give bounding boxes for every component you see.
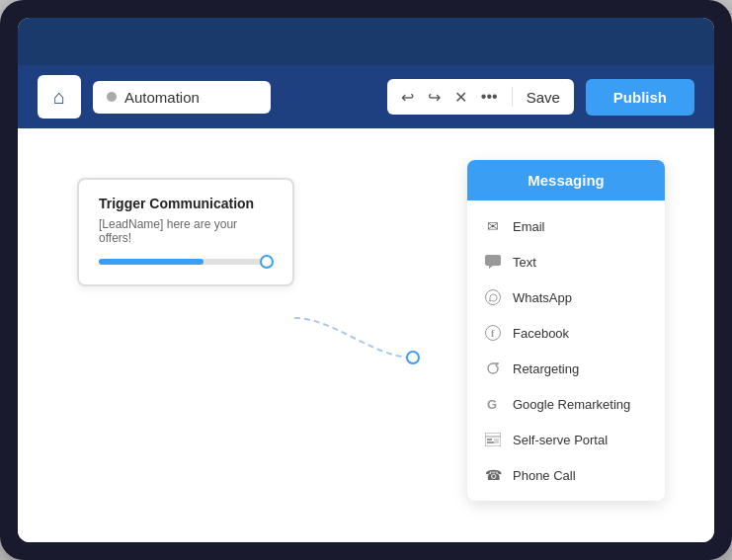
input-status-dot — [107, 92, 117, 102]
redo-icon[interactable]: ↪ — [428, 88, 441, 107]
svg-text:f: f — [491, 328, 495, 339]
undo-icon[interactable]: ↩ — [401, 88, 414, 107]
home-icon: ⌂ — [53, 86, 65, 109]
publish-button[interactable]: Publish — [586, 79, 694, 116]
toolbar: ⌂ Automation ↩ ↪ ✕ ••• Save Publish — [18, 65, 714, 128]
email-label: Email — [513, 219, 545, 234]
automation-input-value: Automation — [124, 89, 200, 106]
progress-fill — [99, 259, 203, 265]
retargeting-label: Retargeting — [513, 361, 579, 376]
facebook-icon: f — [483, 323, 503, 343]
progress-dot — [260, 255, 274, 269]
messaging-item-self-serve[interactable]: Self-serve Portal — [467, 422, 665, 457]
facebook-label: Facebook — [513, 326, 569, 341]
app-container: ⌂ Automation ↩ ↪ ✕ ••• Save Publish — [18, 18, 714, 542]
email-icon: ✉ — [483, 216, 503, 236]
svg-point-3 — [486, 290, 501, 305]
svg-rect-9 — [487, 439, 492, 440]
action-bar: ↩ ↪ ✕ ••• Save — [387, 79, 574, 115]
phone-label: Phone Call — [513, 468, 576, 483]
device-frame: ⌂ Automation ↩ ↪ ✕ ••• Save Publish — [0, 0, 732, 560]
text-label: Text — [513, 255, 536, 270]
messaging-item-whatsapp[interactable]: WhatsApp — [467, 280, 665, 315]
messaging-item-email[interactable]: ✉ Email — [467, 208, 665, 244]
svg-point-0 — [407, 352, 419, 363]
svg-rect-11 — [494, 439, 499, 443]
canvas: Trigger Communication [LeadName] here ar… — [18, 128, 714, 542]
toolbar-divider — [512, 87, 513, 107]
messaging-panel: Messaging ✉ Email Text — [467, 160, 665, 501]
whatsapp-icon — [483, 287, 503, 307]
home-button[interactable]: ⌂ — [38, 75, 81, 119]
self-serve-label: Self-serve Portal — [513, 433, 608, 447]
messaging-item-text[interactable]: Text — [467, 244, 665, 280]
trigger-node: Trigger Communication [LeadName] here ar… — [77, 178, 294, 286]
svg-rect-10 — [487, 441, 494, 443]
close-icon[interactable]: ✕ — [454, 88, 467, 107]
messaging-item-google[interactable]: G Google Remarketing — [467, 386, 665, 422]
svg-text:G: G — [487, 397, 497, 412]
progress-bar — [99, 259, 273, 265]
trigger-subtitle: [LeadName] here are your offers! — [99, 217, 273, 245]
messaging-item-retargeting[interactable]: Retargeting — [467, 351, 665, 386]
more-icon[interactable]: ••• — [481, 88, 498, 106]
messaging-item-phone[interactable]: ☎ Phone Call — [467, 457, 665, 493]
self-serve-icon — [483, 430, 503, 449]
google-icon: G — [483, 394, 503, 414]
retargeting-icon — [483, 359, 503, 378]
automation-input-container[interactable]: Automation — [93, 81, 271, 114]
svg-marker-2 — [489, 266, 493, 269]
phone-icon: ☎ — [483, 465, 503, 485]
messaging-header: Messaging — [467, 160, 665, 200]
svg-rect-1 — [485, 255, 501, 266]
messaging-items: ✉ Email Text — [467, 200, 665, 501]
save-button[interactable]: Save — [527, 89, 560, 106]
google-label: Google Remarketing — [513, 397, 630, 412]
top-bar — [18, 18, 714, 65]
messaging-item-facebook[interactable]: f Facebook — [467, 315, 665, 351]
text-icon — [483, 252, 503, 272]
whatsapp-label: WhatsApp — [513, 290, 572, 305]
trigger-title: Trigger Communication — [99, 196, 273, 211]
